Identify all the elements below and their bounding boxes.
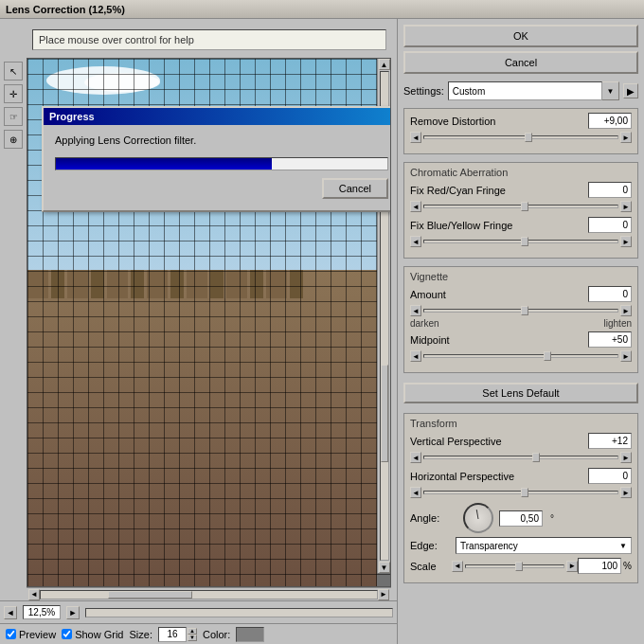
edge-label: Edge: bbox=[410, 540, 452, 551]
size-input[interactable] bbox=[158, 627, 187, 642]
tool-zoom[interactable]: ⊕ bbox=[4, 130, 23, 149]
fix-blue-yellow-value[interactable]: 0 bbox=[588, 217, 632, 233]
vignette-midpoint-slider[interactable] bbox=[423, 354, 618, 358]
hand-icon: ↖ bbox=[9, 66, 17, 77]
vertical-perspective-value[interactable]: +12 bbox=[588, 433, 632, 449]
remove-distortion-section: Remove Distortion +9,00 ◄ ► bbox=[403, 108, 638, 154]
fix-blue-yellow-thumb[interactable] bbox=[521, 237, 528, 246]
chromatic-aberration-title: Chromatic Aberration bbox=[410, 167, 632, 178]
main-container: Place mouse over control for help ↖ ✛ ☞ … bbox=[0, 19, 644, 644]
vertical-perspective-right-btn[interactable]: ► bbox=[620, 452, 632, 463]
vignette-amount-left-btn[interactable]: ◄ bbox=[410, 305, 421, 316]
vertical-perspective-slider[interactable] bbox=[423, 456, 618, 459]
tools-area: ↖ ✛ ☞ ⊕ bbox=[4, 62, 23, 149]
remove-distortion-right-btn[interactable]: ► bbox=[620, 132, 632, 143]
progress-text: Applying Lens Correction filter. bbox=[55, 134, 388, 146]
progress-dialog: Progress Applying Lens Correction filter… bbox=[42, 106, 391, 212]
progress-cancel-button[interactable]: Cancel bbox=[322, 178, 388, 199]
show-grid-checkbox[interactable] bbox=[62, 629, 72, 639]
vignette-midpoint-row: Midpoint +50 bbox=[410, 331, 632, 348]
fix-red-cyan-left-btn[interactable]: ◄ bbox=[410, 201, 421, 212]
percent-symbol: % bbox=[623, 561, 632, 571]
fix-blue-yellow-slider-row: ◄ ► bbox=[410, 236, 632, 247]
size-down-button[interactable]: ▼ bbox=[188, 635, 197, 641]
pan-icon: ☞ bbox=[9, 112, 18, 122]
preview-checkbox[interactable] bbox=[6, 629, 16, 639]
horizontal-perspective-row: Horizontal Perspective 0 bbox=[410, 468, 632, 484]
horizontal-perspective-slider[interactable] bbox=[423, 491, 618, 494]
scroll-handle-v[interactable] bbox=[381, 365, 388, 462]
scroll-left-arrow[interactable]: ◄ bbox=[28, 589, 40, 600]
scale-value[interactable]: 100 bbox=[578, 558, 621, 574]
ok-button[interactable]: OK bbox=[403, 25, 638, 47]
zoom-out-button[interactable]: ◄ bbox=[4, 606, 17, 619]
cancel-button[interactable]: Cancel bbox=[403, 51, 638, 74]
fix-blue-yellow-right-btn[interactable]: ► bbox=[620, 236, 632, 247]
vignette-amount-slider[interactable] bbox=[423, 309, 618, 313]
settings-dropdown-wrapper: Custom ▼ bbox=[448, 81, 619, 100]
scroll-down-arrow[interactable]: ▼ bbox=[379, 562, 390, 573]
tool-move[interactable]: ✛ bbox=[4, 84, 23, 103]
remove-distortion-thumb[interactable] bbox=[525, 133, 532, 142]
scale-right-btn[interactable]: ► bbox=[566, 561, 578, 572]
fix-red-cyan-right-btn[interactable]: ► bbox=[620, 201, 632, 212]
angle-dial[interactable] bbox=[463, 503, 493, 533]
transform-title: Transform bbox=[410, 418, 632, 429]
horizontal-perspective-right-btn[interactable]: ► bbox=[620, 487, 632, 498]
remove-distortion-value[interactable]: +9,00 bbox=[588, 113, 632, 129]
vignette-midpoint-left-btn[interactable]: ◄ bbox=[410, 350, 421, 362]
fix-red-cyan-label: Fix Red/Cyan Fringe bbox=[410, 185, 588, 196]
angle-value[interactable]: 0,50 bbox=[499, 510, 543, 527]
horizontal-perspective-thumb[interactable] bbox=[521, 488, 528, 497]
color-swatch[interactable] bbox=[236, 627, 264, 642]
vignette-amount-thumb[interactable] bbox=[521, 306, 528, 315]
remove-distortion-slider-row: ◄ ► bbox=[410, 132, 632, 143]
fix-red-cyan-slider[interactable] bbox=[423, 205, 618, 208]
tool-hand[interactable]: ↖ bbox=[4, 62, 23, 80]
vignette-midpoint-thumb[interactable] bbox=[544, 351, 551, 361]
vignette-midpoint-right-btn[interactable]: ► bbox=[620, 350, 632, 362]
settings-nav-arrow[interactable]: ▶ bbox=[623, 83, 638, 98]
fix-red-cyan-value[interactable]: 0 bbox=[588, 182, 632, 198]
scale-slider[interactable] bbox=[465, 564, 564, 568]
edge-value: Transparency bbox=[460, 541, 518, 551]
right-panel: OK Cancel Settings: Custom ▼ ▶ Remove Di… bbox=[398, 19, 644, 644]
tool-pan[interactable]: ☞ bbox=[4, 107, 23, 126]
fix-blue-yellow-row: Fix Blue/Yellow Fringe 0 bbox=[410, 217, 632, 233]
vertical-perspective-left-btn[interactable]: ◄ bbox=[410, 452, 421, 463]
fix-red-cyan-row: Fix Red/Cyan Fringe 0 bbox=[410, 182, 632, 198]
settings-dropdown-arrow[interactable]: ▼ bbox=[602, 81, 619, 100]
scroll-right-arrow[interactable]: ► bbox=[378, 589, 389, 600]
progress-title: Progress bbox=[44, 108, 391, 125]
size-up-button[interactable]: ▲ bbox=[188, 628, 197, 635]
vignette-amount-right-btn[interactable]: ► bbox=[620, 305, 632, 316]
h-scroll-handle[interactable] bbox=[108, 591, 192, 599]
zoom-slider[interactable] bbox=[85, 608, 393, 617]
zoom-in-button[interactable]: ► bbox=[66, 606, 80, 619]
scroll-up-arrow[interactable]: ▲ bbox=[379, 59, 390, 70]
horizontal-perspective-value[interactable]: 0 bbox=[588, 468, 632, 484]
zoom-display[interactable]: 12,5% bbox=[23, 605, 61, 619]
settings-dropdown[interactable]: Custom bbox=[448, 81, 602, 100]
fix-blue-yellow-left-btn[interactable]: ◄ bbox=[410, 236, 421, 247]
fix-red-cyan-thumb[interactable] bbox=[521, 202, 528, 211]
preview-checkbox-label[interactable]: Preview bbox=[6, 629, 56, 640]
window-title: Lens Correction (12,5%) bbox=[6, 4, 125, 15]
chromatic-aberration-section: Chromatic Aberration Fix Red/Cyan Fringe… bbox=[403, 162, 638, 259]
vertical-perspective-thumb[interactable] bbox=[532, 453, 540, 462]
scale-thumb[interactable] bbox=[515, 562, 523, 571]
set-lens-default-button[interactable]: Set Lens Default bbox=[403, 383, 638, 403]
scale-left-btn[interactable]: ◄ bbox=[452, 561, 463, 572]
vignette-midpoint-value[interactable]: +50 bbox=[588, 331, 632, 348]
show-grid-checkbox-label[interactable]: Show Grid bbox=[62, 629, 123, 640]
remove-distortion-slider[interactable] bbox=[423, 135, 618, 139]
edge-dropdown[interactable]: Transparency ▼ bbox=[456, 537, 632, 554]
horizontal-perspective-left-btn[interactable]: ◄ bbox=[410, 487, 421, 498]
edge-dropdown-arrow: ▼ bbox=[619, 542, 627, 550]
size-label: Size: bbox=[129, 629, 152, 640]
zoom-icon: ⊕ bbox=[9, 134, 17, 145]
vignette-labels: darken lighten bbox=[410, 318, 632, 329]
remove-distortion-left-btn[interactable]: ◄ bbox=[410, 132, 421, 143]
fix-blue-yellow-slider[interactable] bbox=[423, 240, 618, 243]
vignette-amount-value[interactable]: 0 bbox=[588, 286, 632, 302]
